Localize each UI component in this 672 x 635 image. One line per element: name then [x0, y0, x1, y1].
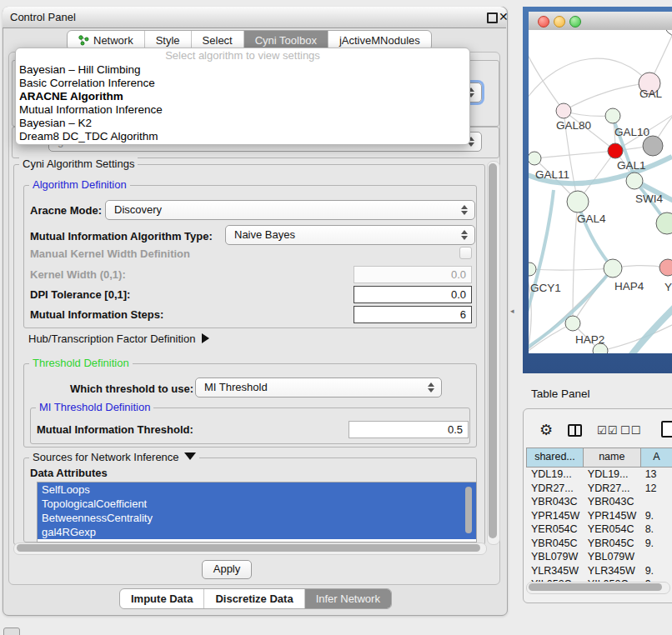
node-table-header: shared...nameA — [526, 448, 672, 468]
sources-title-text: Sources for Network Inference — [33, 451, 179, 463]
network-node-label: SWI4 — [635, 192, 663, 205]
table-settings-gear-icon[interactable]: ⚙ — [539, 422, 553, 438]
algorithm-option[interactable]: Dream8 DC_TDC Algorithm — [16, 130, 469, 143]
manual-kernel-checkbox[interactable] — [459, 247, 472, 259]
deselect-all-columns-icon[interactable]: ☐☐ — [620, 424, 641, 437]
dpi-tolerance-label: DPI Tolerance [0,1]: — [30, 288, 130, 301]
table-row[interactable]: YBL079WYBL079W — [526, 550, 672, 564]
network-window-titlebar[interactable] — [529, 12, 672, 31]
hub-definition-expander[interactable]: Hub/Transcription Factor Definition — [28, 332, 209, 345]
export-table-icon[interactable] — [661, 421, 672, 438]
aracne-mode-label: Aracne Mode: — [30, 204, 102, 217]
network-edge — [529, 190, 554, 318]
network-node[interactable] — [529, 152, 541, 165]
table-cell: 9. — [640, 564, 672, 578]
data-attributes-list[interactable]: SelfLoopsTopologicalCoefficientBetweenne… — [37, 482, 477, 542]
network-edge — [529, 58, 649, 98]
column-layout-icon[interactable] — [568, 424, 582, 437]
threshold-definition-title: Threshold Definition — [29, 357, 133, 370]
table-cell: YDL19... — [526, 468, 583, 482]
algorithm-option[interactable]: Basic Correlation Inference — [16, 77, 469, 90]
network-node[interactable] — [656, 212, 672, 234]
table-row[interactable]: YDL19...YDL19...13 — [526, 468, 672, 482]
which-threshold-combo[interactable]: MI Threshold — [195, 378, 442, 398]
algorithm-option[interactable]: ARACNE Algorithm — [16, 90, 469, 103]
network-node[interactable] — [605, 108, 620, 123]
table-row[interactable]: YBR045CYBR045C9. — [526, 537, 672, 551]
sources-group-title[interactable]: Sources for Network Inference — [29, 451, 199, 464]
network-node[interactable] — [626, 172, 643, 189]
mi-steps-field[interactable]: 6 — [354, 306, 472, 323]
attribute-list-item[interactable]: SelfLoops — [38, 482, 476, 497]
select-all-columns-icon[interactable]: ☑☑ — [597, 424, 618, 437]
dpi-tolerance-field[interactable]: 0.0 — [354, 286, 472, 303]
node-table-body: YDL19...YDL19...13YDR27...YDR27...12YBR0… — [526, 468, 672, 584]
network-node[interactable] — [567, 191, 589, 212]
settings-vscrollbar-thumb[interactable] — [489, 163, 497, 538]
table-cell: YBL079W — [583, 550, 640, 564]
table-row[interactable]: YLR345WYLR345W9. — [526, 564, 672, 578]
table-column-header[interactable]: A — [640, 448, 672, 467]
mi-type-value: Naive Bayes — [234, 228, 295, 241]
panel-divider-arrow[interactable]: ◂ — [510, 307, 514, 315]
mi-steps-label: Mutual Information Steps: — [30, 308, 163, 321]
table-hscrollbar-thumb[interactable] — [529, 583, 662, 591]
network-edge — [529, 53, 564, 111]
docked-panel-button[interactable] — [3, 628, 20, 635]
algorithm-option[interactable]: Mutual Information Inference — [16, 103, 469, 117]
network-node[interactable] — [604, 259, 622, 278]
close-icon[interactable]: ✕ — [499, 10, 509, 23]
window-minimize-icon[interactable] — [554, 16, 565, 28]
tab-infer-network[interactable]: Infer Network — [304, 589, 391, 608]
network-node[interactable] — [565, 316, 580, 331]
table-cell: YPR145W — [583, 509, 640, 523]
table-row[interactable]: YDR27...YDR27...12 — [526, 482, 672, 496]
apply-button[interactable]: Apply — [202, 560, 252, 579]
network-node[interactable] — [608, 143, 623, 158]
table-cell: YLR345W — [526, 564, 583, 578]
table-cell: YBR045C — [526, 537, 583, 551]
tab-impute-data[interactable]: Impute Data — [120, 589, 203, 608]
network-node-label: GAL — [639, 88, 663, 100]
network-node[interactable] — [529, 262, 536, 276]
network-node[interactable] — [643, 136, 663, 156]
network-node-label: GCY1 — [530, 282, 561, 294]
table-cell — [640, 550, 672, 564]
algorithm-option[interactable]: Bayesian – Hill Climbing — [16, 63, 469, 77]
network-edge — [529, 323, 573, 353]
attribute-list-item[interactable]: TopologicalCoefficient — [38, 497, 476, 511]
kernel-width-field[interactable]: 0.0 — [354, 266, 472, 283]
table-row[interactable]: YER054CYER054C8. — [526, 522, 672, 537]
network-canvas[interactable]: GALGAL80GAL10GAL1GAL11SWI4GAL4GCY1HAP4YH… — [529, 30, 672, 353]
table-cell — [640, 495, 672, 509]
algorithm-dropdown-popup: Select algorithm to view settings Bayesi… — [15, 48, 470, 145]
mi-threshold-field[interactable]: 0.5 — [349, 421, 469, 438]
table-cell: 12 — [640, 482, 672, 496]
table-cell: YDR27... — [526, 482, 583, 496]
mi-type-combo[interactable]: Naive Bayes — [225, 225, 475, 245]
algorithm-dropdown-prompt: Select algorithm to view settings — [16, 48, 469, 63]
network-node-label: GAL11 — [535, 168, 569, 181]
network-node[interactable] — [556, 103, 571, 118]
kernel-width-label: Kernel Width (0,1): — [30, 268, 126, 281]
table-row[interactable]: YPR145WYPR145W9. — [526, 509, 672, 523]
settings-hscrollbar-thumb[interactable] — [17, 544, 480, 552]
network-node[interactable] — [659, 259, 672, 276]
aracne-mode-combo[interactable]: Discovery — [105, 200, 475, 220]
attribute-list-item[interactable]: gal4RGexp — [38, 525, 476, 539]
network-graph: GALGAL80GAL10GAL1GAL11SWI4GAL4GCY1HAP4YH… — [529, 30, 672, 353]
network-node[interactable] — [664, 30, 672, 36]
attributes-scrollbar-thumb[interactable] — [465, 487, 472, 533]
table-cell: YPR145W — [526, 509, 583, 523]
attribute-list-item[interactable]: BetweennessCentrality — [38, 511, 476, 525]
window-close-icon[interactable] — [538, 16, 549, 28]
cyni-bottom-tabbar: Impute Data Discretize Data Infer Networ… — [119, 588, 392, 609]
table-column-header[interactable]: name — [583, 448, 640, 467]
float-window-icon[interactable] — [487, 12, 498, 23]
which-threshold-value: MI Threshold — [204, 381, 268, 393]
window-zoom-icon[interactable] — [569, 16, 581, 28]
tab-discretize-data[interactable]: Discretize Data — [203, 589, 303, 608]
table-column-header[interactable]: shared... — [526, 448, 583, 467]
algorithm-option[interactable]: Bayesian – K2 — [16, 117, 469, 130]
table-row[interactable]: YBR043CYBR043C — [526, 495, 672, 509]
